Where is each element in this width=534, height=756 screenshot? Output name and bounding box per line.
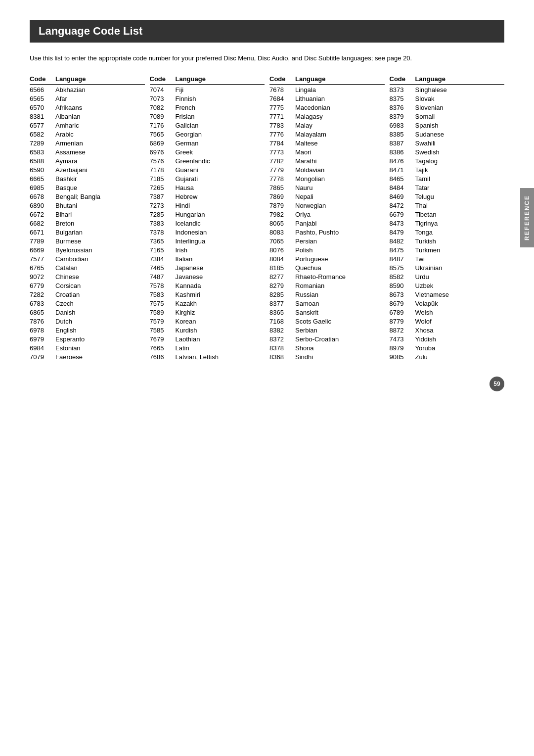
language-code: 7565 — [150, 131, 176, 138]
language-name: Korean — [176, 318, 196, 325]
list-item: 7576Greenlandic — [150, 157, 265, 166]
language-name: Esperanto — [55, 335, 85, 343]
language-name: Albanian — [55, 113, 81, 120]
language-code: 6669 — [30, 246, 55, 254]
language-name: Malay — [295, 122, 312, 129]
language-code: 7289 — [30, 140, 55, 147]
language-code: 6570 — [30, 104, 55, 111]
list-item: 7982Oriya — [269, 210, 385, 219]
language-name: Ukrainian — [415, 264, 443, 272]
list-item: 8279Romanian — [269, 282, 385, 290]
language-code: 8473 — [390, 220, 415, 227]
language-code: 8375 — [390, 95, 415, 102]
language-code: 8365 — [269, 309, 295, 316]
language-code: 7185 — [150, 175, 176, 183]
list-item: 8378Shona — [269, 344, 385, 353]
language-code: 6765 — [30, 264, 55, 272]
list-item: 7168Scots Gaelic — [269, 317, 385, 326]
language-code: 8471 — [390, 166, 415, 174]
list-item: 7487Javanese — [150, 273, 265, 282]
list-item: 8473Tigrinya — [390, 219, 505, 228]
language-code: 8484 — [390, 184, 415, 191]
list-item: 7282Croatian — [30, 290, 145, 299]
list-item: 9085Zulu — [390, 353, 505, 362]
language-code: 7578 — [150, 282, 176, 289]
language-code: 6682 — [30, 220, 55, 227]
list-item: 8673Vietnamese — [390, 290, 505, 299]
language-code: 8385 — [390, 131, 415, 138]
language-name: Kirghiz — [176, 309, 195, 316]
language-code: 7365 — [150, 237, 176, 245]
column-4-header: CodeLanguage — [390, 75, 505, 85]
list-item: 6983Spanish — [390, 121, 505, 130]
language-code: 6783 — [30, 300, 55, 307]
language-code: 7982 — [269, 211, 295, 218]
language-code: 8378 — [269, 344, 295, 352]
language-code: 8590 — [390, 282, 415, 289]
language-name: Rhaeto-Romance — [295, 273, 346, 281]
list-item: 8482Turkish — [390, 237, 505, 246]
list-item: 7577Cambodian — [30, 255, 145, 264]
language-code: 8285 — [269, 291, 295, 298]
language-name: Norwegian — [295, 202, 326, 209]
list-item: 7565Georgian — [150, 130, 265, 139]
language-code: 6582 — [30, 131, 55, 138]
language-name: Hungarian — [176, 211, 205, 218]
language-code: 7282 — [30, 291, 55, 298]
list-item: 6582Arabic — [30, 130, 145, 139]
language-name: Kazakh — [176, 300, 197, 307]
language-name: Uzbek — [415, 282, 434, 289]
list-item: 7378Indonesian — [150, 228, 265, 237]
list-item: 7065Persian — [269, 237, 385, 246]
language-name: Cambodian — [55, 255, 89, 263]
language-name: Danish — [55, 309, 75, 316]
language-name: Scots Gaelic — [295, 318, 331, 325]
list-item: 8382Serbian — [269, 326, 385, 335]
language-name: Afar — [55, 95, 67, 102]
language-name: Sanskrit — [295, 309, 318, 316]
language-name: Finnish — [176, 95, 196, 102]
language-name: Corsican — [55, 282, 81, 289]
language-code: 8084 — [269, 255, 295, 263]
language-name: Xhosa — [415, 327, 434, 334]
language-code: 7487 — [150, 273, 176, 281]
language-code: 7589 — [150, 309, 176, 316]
language-name: Sindhi — [295, 353, 313, 361]
language-name: Serbian — [295, 327, 317, 334]
language-name: Byelorussian — [55, 246, 92, 254]
list-item: 8076Polish — [269, 246, 385, 255]
language-name: Gujarati — [176, 175, 198, 183]
language-name: Kannada — [176, 282, 201, 289]
language-code: 8277 — [269, 273, 295, 281]
list-item: 8381Albanian — [30, 112, 145, 121]
list-item: 8372Serbo-Croatian — [269, 335, 385, 344]
language-name: Basque — [55, 184, 77, 191]
language-code: 8379 — [390, 113, 415, 120]
language-code: 6978 — [30, 327, 55, 334]
language-name: Quechua — [295, 264, 321, 272]
language-code: 8476 — [390, 157, 415, 165]
list-item: 7178Guarani — [150, 166, 265, 175]
list-item: 7782Marathi — [269, 157, 385, 166]
language-code: 7576 — [150, 157, 176, 165]
language-code: 7079 — [30, 353, 55, 361]
list-item: 8469Telugu — [390, 192, 505, 201]
language-code: 7583 — [150, 291, 176, 298]
language-code: 7869 — [269, 193, 295, 200]
list-item: 7079Faeroese — [30, 353, 145, 362]
language-code: 7089 — [150, 113, 176, 120]
language-code: 9072 — [30, 273, 55, 281]
list-item: 6890Bhutani — [30, 201, 145, 210]
language-code: 8076 — [269, 246, 295, 254]
language-name: Tonga — [415, 229, 433, 236]
list-item: 6672Bihari — [30, 210, 145, 219]
language-code: 7383 — [150, 220, 176, 227]
language-code: 7679 — [150, 335, 176, 343]
list-item: 7265Hausa — [150, 184, 265, 192]
language-name: Hausa — [176, 184, 194, 191]
list-item: 6583Assamese — [30, 148, 145, 157]
language-code: 6672 — [30, 211, 55, 218]
language-name: French — [176, 104, 195, 111]
language-name: Tibetan — [415, 211, 437, 218]
language-code: 7285 — [150, 211, 176, 218]
